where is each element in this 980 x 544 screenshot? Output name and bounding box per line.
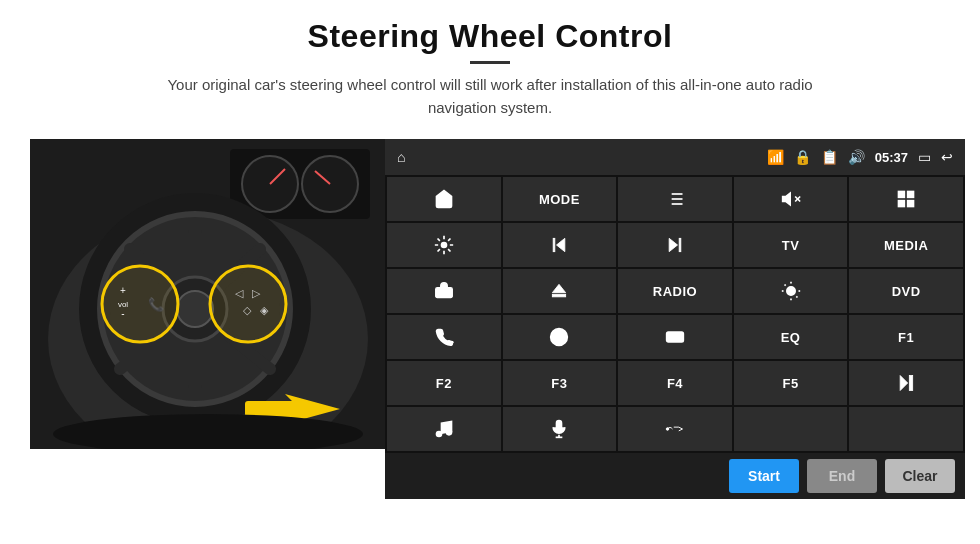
page-title: Steering Wheel Control xyxy=(150,18,830,55)
svg-rect-30 xyxy=(245,401,300,417)
svg-point-66 xyxy=(436,432,441,437)
svg-point-54 xyxy=(786,287,794,295)
back-icon: ↩ xyxy=(941,149,953,165)
end-button[interactable]: End xyxy=(807,459,877,493)
svg-text:◈: ◈ xyxy=(260,304,269,316)
svg-rect-65 xyxy=(910,376,913,391)
wifi-icon: 📶 xyxy=(767,149,784,165)
btn-mode[interactable]: MODE xyxy=(503,177,617,221)
status-bar-left: ⌂ xyxy=(397,149,405,165)
svg-text:-: - xyxy=(121,308,124,319)
btn-screen-mirror[interactable] xyxy=(618,315,732,359)
start-button[interactable]: Start xyxy=(729,459,799,493)
bt-icon: 🔊 xyxy=(848,149,865,165)
btn-home[interactable] xyxy=(387,177,501,221)
svg-point-67 xyxy=(446,430,451,435)
btn-f2[interactable]: F2 xyxy=(387,361,501,405)
svg-point-19 xyxy=(102,266,178,342)
btn-empty-1[interactable] xyxy=(734,407,848,451)
svg-rect-42 xyxy=(908,192,914,198)
btn-nav[interactable] xyxy=(503,315,617,359)
btn-music[interactable] xyxy=(387,407,501,451)
svg-text:▷: ▷ xyxy=(252,287,261,299)
screen-icon: ▭ xyxy=(918,149,931,165)
svg-line-58 xyxy=(796,296,797,297)
status-bar: ⌂ 📶 🔒 📋 🔊 05:37 ▭ ↩ xyxy=(385,139,965,175)
btn-dvd[interactable]: DVD xyxy=(849,269,963,313)
action-bar: Start End Clear xyxy=(385,453,965,499)
svg-text:◁: ◁ xyxy=(235,287,244,299)
home-status-icon: ⌂ xyxy=(397,149,405,165)
btn-apps[interactable] xyxy=(849,177,963,221)
svg-marker-48 xyxy=(669,238,677,251)
svg-marker-38 xyxy=(782,193,790,205)
clear-button[interactable]: Clear xyxy=(885,459,955,493)
svg-text:360: 360 xyxy=(439,290,449,296)
svg-rect-41 xyxy=(899,192,905,198)
btn-eject[interactable] xyxy=(503,269,617,313)
btn-empty-2[interactable] xyxy=(849,407,963,451)
svg-marker-46 xyxy=(557,238,565,251)
status-time: 05:37 xyxy=(875,150,908,165)
svg-rect-63 xyxy=(667,332,684,342)
svg-text:📞: 📞 xyxy=(148,296,165,313)
control-panel: ⌂ 📶 🔒 📋 🔊 05:37 ▭ ↩ xyxy=(385,139,965,499)
btn-list[interactable] xyxy=(618,177,732,221)
svg-point-45 xyxy=(441,243,446,248)
btn-mic[interactable] xyxy=(503,407,617,451)
title-section: Steering Wheel Control Your original car… xyxy=(150,18,830,133)
content-area: + vol - 📞 ◁ ▷ ◇ ◈ xyxy=(30,139,950,499)
svg-rect-49 xyxy=(679,238,681,251)
btn-mute[interactable] xyxy=(734,177,848,221)
btn-radio[interactable]: RADIO xyxy=(618,269,732,313)
btn-phone-call[interactable] xyxy=(618,407,732,451)
btn-media[interactable]: MEDIA xyxy=(849,223,963,267)
svg-marker-52 xyxy=(553,284,566,292)
lock-icon: 🔒 xyxy=(794,149,811,165)
page-container: Steering Wheel Control Your original car… xyxy=(0,0,980,544)
btn-f1[interactable]: F1 xyxy=(849,315,963,359)
svg-marker-64 xyxy=(900,376,908,391)
btn-tv[interactable]: TV xyxy=(734,223,848,267)
btn-play-pause[interactable] xyxy=(849,361,963,405)
btn-f5[interactable]: F5 xyxy=(734,361,848,405)
subtitle: Your original car's steering wheel contr… xyxy=(150,74,830,119)
btn-settings[interactable] xyxy=(387,223,501,267)
btn-phone[interactable] xyxy=(387,315,501,359)
svg-point-18 xyxy=(177,291,213,327)
svg-rect-47 xyxy=(554,238,556,251)
svg-rect-44 xyxy=(899,201,905,207)
status-bar-right: 📶 🔒 📋 🔊 05:37 ▭ ↩ xyxy=(767,149,953,165)
btn-next[interactable] xyxy=(618,223,732,267)
svg-rect-53 xyxy=(553,294,566,297)
svg-text:◇: ◇ xyxy=(243,304,252,316)
svg-point-71 xyxy=(666,428,669,431)
btn-f4[interactable]: F4 xyxy=(618,361,732,405)
svg-line-57 xyxy=(784,285,785,286)
btn-f3[interactable]: F3 xyxy=(503,361,617,405)
btn-brightness[interactable] xyxy=(734,269,848,313)
btn-eq[interactable]: EQ xyxy=(734,315,848,359)
svg-point-62 xyxy=(557,335,562,340)
steering-wheel-image: + vol - 📞 ◁ ▷ ◇ ◈ xyxy=(30,139,385,449)
btn-prev[interactable] xyxy=(503,223,617,267)
svg-rect-43 xyxy=(908,201,914,207)
title-divider xyxy=(470,61,510,64)
btn-360[interactable]: 360 xyxy=(387,269,501,313)
sim-icon: 📋 xyxy=(821,149,838,165)
svg-text:+: + xyxy=(120,285,126,296)
button-grid: MODE xyxy=(385,175,965,453)
